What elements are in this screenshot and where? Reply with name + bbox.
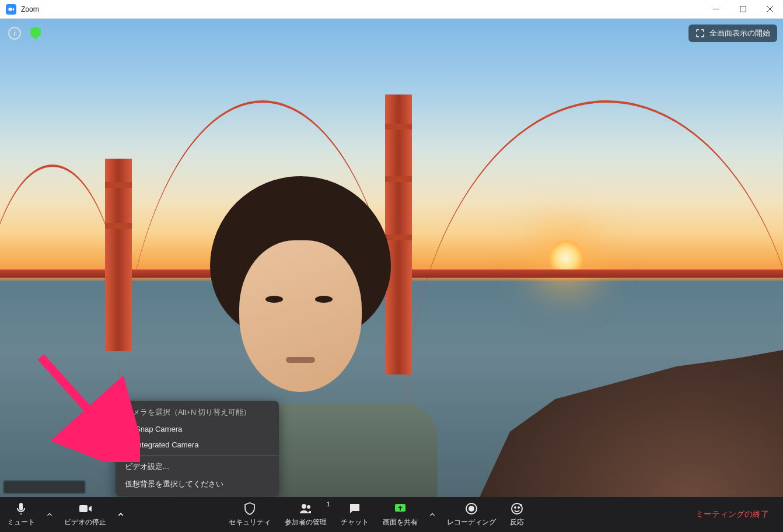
camera-option-integrated[interactable]: Integrated Camera: [116, 437, 279, 453]
svg-point-8: [307, 505, 310, 509]
audio-options-chevron[interactable]: [42, 497, 57, 532]
participants-button[interactable]: 1 参加者の管理: [278, 497, 334, 532]
window-title: Zoom: [21, 5, 39, 13]
menu-divider: [116, 455, 279, 456]
window-maximize-button[interactable]: [729, 0, 756, 19]
stop-video-button[interactable]: ビデオの停止: [57, 497, 113, 532]
svg-point-13: [515, 507, 516, 508]
record-button[interactable]: レコーディング: [440, 497, 503, 532]
share-screen-button[interactable]: 画面を共有: [376, 497, 425, 532]
record-label: レコーディング: [447, 517, 496, 527]
zoom-app-icon: [6, 4, 16, 15]
camera-option-snap[interactable]: Snap Camera: [116, 421, 279, 437]
window-titlebar: Zoom: [0, 0, 783, 19]
mute-button[interactable]: ミュート: [0, 497, 42, 532]
video-viewport: i 全画面表示の開始 カメラを選択（Alt+N 切り替え可能） Snap Cam…: [0, 19, 783, 497]
chat-button[interactable]: チャット: [334, 497, 376, 532]
window-controls: [702, 0, 783, 19]
chat-label: チャット: [341, 517, 369, 527]
meeting-info-icon[interactable]: i: [8, 27, 21, 40]
svg-rect-6: [79, 505, 88, 512]
participant-name-tag: [4, 481, 85, 494]
camera-select-header: カメラを選択（Alt+N 切り替え可能）: [116, 404, 279, 421]
security-label: セキュリティ: [229, 517, 271, 527]
svg-point-7: [302, 504, 306, 509]
security-button[interactable]: セキュリティ: [222, 497, 278, 532]
video-options-chevron[interactable]: [113, 497, 128, 532]
svg-point-11: [469, 506, 474, 511]
mute-label: ミュート: [7, 517, 35, 527]
share-label: 画面を共有: [383, 517, 418, 527]
window-minimize-button[interactable]: [702, 0, 729, 19]
meeting-toolbar: ミュート ビデオの停止 セキュリティ 1 参加者の管理 チャット 画面を共有 レ…: [0, 497, 783, 532]
reactions-button[interactable]: 反応: [503, 497, 531, 532]
window-close-button[interactable]: [756, 0, 783, 19]
enter-fullscreen-button[interactable]: 全画面表示の開始: [688, 24, 777, 42]
share-options-chevron[interactable]: [425, 497, 440, 532]
virtual-background-menuitem[interactable]: 仮想背景を選択してください: [116, 475, 279, 493]
reactions-label: 反応: [510, 517, 524, 527]
participants-label: 参加者の管理: [285, 517, 327, 527]
meeting-info-area: i: [8, 27, 41, 40]
svg-point-14: [518, 507, 519, 508]
video-settings-menuitem[interactable]: ビデオ設定...: [116, 458, 279, 475]
svg-rect-2: [740, 6, 746, 12]
end-meeting-button[interactable]: ミーティングの終了: [692, 509, 772, 520]
fullscreen-label: 全画面表示の開始: [709, 28, 770, 38]
svg-rect-0: [9, 8, 12, 10]
video-options-menu: カメラを選択（Alt+N 切り替え可能） Snap Camera Integra…: [116, 401, 279, 496]
stop-video-label: ビデオの停止: [64, 517, 106, 527]
bridge-tower: [105, 159, 132, 351]
participants-count: 1: [327, 501, 330, 508]
encryption-icon[interactable]: [30, 27, 41, 40]
